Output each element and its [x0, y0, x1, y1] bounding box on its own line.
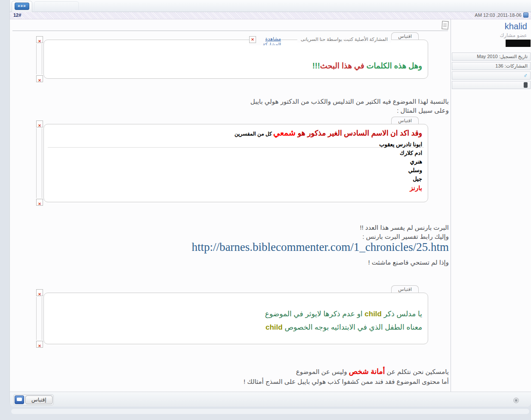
speech-bubble-icon: [17, 398, 22, 401]
quote-1-text: وهل هذه الكلمات في هذا البحث!!!: [43, 40, 428, 79]
post-header-bar: 12# AM 12:03 ,2011-18-06: [10, 12, 531, 19]
top-toolbar: »»»: [10, 0, 531, 12]
gender-row: ♂: [452, 71, 531, 80]
quote-decoration-line: [36, 128, 42, 198]
quote-tab-label: اقتباس: [391, 117, 419, 124]
post-body: اقتباس المشاركة الأصلية كتبت بواسطة حنا …: [10, 19, 451, 392]
skip-forward-button[interactable]: »»»: [15, 3, 29, 10]
post-count-row: المشاركات: 136: [452, 62, 531, 70]
quote-decoration-line: [36, 297, 42, 340]
toolbar-tab-secondary: [34, 1, 79, 12]
commentator-name: جيل: [43, 175, 422, 183]
commentary-link-line: http://barnes.biblecommenter.com/1_chron…: [10, 243, 449, 252]
quote-tab-label: اقتباس: [391, 32, 419, 40]
quote-box-2: اقتباس وقد اكد ان الاسم السادس الغير مذك…: [43, 124, 428, 202]
timestamp-text: AM 12:03 ,2011-18-06: [475, 12, 522, 18]
quote-attribution: المشاركة الأصلية كتبت بواسطة حنا السريان…: [297, 36, 391, 43]
reply-button-group: إقتباس: [13, 394, 54, 405]
post-status-icon: [523, 12, 528, 18]
wysiwyg-quote-icon-button[interactable]: [15, 395, 24, 404]
broken-image-icon: [36, 120, 43, 127]
device-row: [452, 81, 531, 89]
commentator-name: ابونا تادرس يعقوب: [43, 140, 422, 149]
post-panel: »»» 12# AM 12:03 ,2011-18-06 اقتباس المش…: [9, 0, 531, 407]
quote-3-text: يا مدلس ذكر child او عدم ذكرها لايوثر في…: [43, 293, 428, 344]
view-post-link[interactable]: مشاهدة المشاركة: [263, 36, 281, 45]
quote-box-3: اقتباس يا مدلس ذكر child او عدم ذكرها لا…: [43, 293, 428, 344]
quote-tab-label: اقتباس: [391, 285, 419, 293]
post-paragraph-3: يامسكين نحن نتكلم عن أمانة شخص وليس عن ا…: [10, 367, 449, 386]
user-sidebar: khalid عضو مشارك تاريخ التسجيل: May 2010…: [451, 19, 531, 392]
broken-image-icon: [36, 36, 43, 43]
quote-2-text: وقد اكد ان الاسم السادس الغير مذكور هو ش…: [43, 124, 428, 202]
commentator-name: وسلي: [43, 166, 422, 175]
user-title: عضو مشارك: [455, 32, 527, 38]
broken-image-icon: [36, 199, 43, 206]
title-divider: [12, 31, 448, 31]
post-footer-bar: إقتباس: [10, 392, 531, 407]
post-number[interactable]: 12#: [13, 12, 21, 18]
broken-image-icon: [249, 36, 256, 43]
commentator-name-highlight: بارنز: [43, 183, 422, 193]
post-datetime: AM 12:03 ,2011-18-06: [475, 12, 528, 18]
post-paragraph-2: البرت بارنس لم يفسر هذا العدد !! وإليك ر…: [10, 223, 449, 267]
broken-image-icon: [36, 289, 43, 296]
device-icon: [524, 82, 528, 88]
quote-box-1: اقتباس المشاركة الأصلية كتبت بواسطة حنا …: [43, 40, 428, 79]
page-bottom-edge: [11, 409, 529, 414]
male-icon: ♂: [523, 72, 528, 79]
registration-date-row: تاريخ التسجيل: May 2010: [452, 52, 531, 61]
post-document-icon: [441, 21, 448, 29]
quote-reply-button[interactable]: إقتباس: [25, 395, 52, 404]
commentary-link[interactable]: http://barnes.biblecommenter.com/1_chron…: [191, 241, 449, 253]
commentator-name: هنري: [43, 158, 422, 166]
username-link[interactable]: khalid: [455, 22, 527, 31]
post-paragraph-1: بالنسبة لهذا الموضوع فيه الكتير من التدل…: [10, 97, 449, 115]
broken-image-icon: [36, 341, 43, 348]
broken-image-icon: [36, 75, 43, 82]
redacted-box: [506, 40, 531, 47]
view-post-link-block: مشاهدة المشاركة: [249, 36, 281, 45]
commentator-name: ادم كلارك: [43, 149, 422, 158]
report-post-icon-button[interactable]: [513, 398, 519, 403]
quote-decoration-line: [36, 44, 42, 74]
